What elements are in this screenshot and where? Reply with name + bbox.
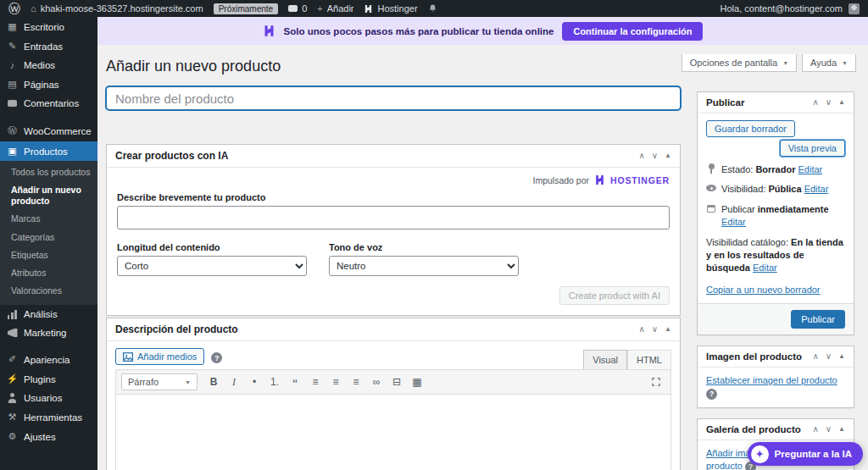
collapse-toggle-button[interactable]: ▲ [838, 426, 845, 433]
tab-html[interactable]: HTML [627, 350, 671, 369]
preview-button[interactable]: Vista previa [780, 140, 845, 157]
set-product-image-link[interactable]: Establecer imagen del producto [706, 375, 837, 385]
create-product-ai-button[interactable]: Create product with AI [559, 286, 670, 305]
chevron-down-icon: ▼ [842, 60, 848, 66]
bulleted-list-button[interactable]: • [245, 373, 264, 390]
align-left-button[interactable]: ≡ [306, 373, 325, 390]
sidebar-item-label: Análisis [24, 309, 58, 319]
wordpress-menu[interactable]: Ⓦ [8, 3, 20, 14]
content-length-select[interactable]: Corto [117, 256, 307, 276]
move-down-button[interactable]: ∨ [652, 325, 658, 334]
sidebar-item-ajustes[interactable]: ⚙ Ajustes [0, 427, 97, 446]
submenu-item-etiquetas[interactable]: Etiquetas [0, 246, 97, 264]
panel-title: Imagen del producto [706, 351, 802, 362]
save-draft-button[interactable]: Guardar borrador [706, 120, 795, 137]
site-menu[interactable]: ⌂ khaki-moose-363527.hostingersite.com [31, 3, 203, 14]
status-icon [706, 163, 716, 174]
paragraph-format-select[interactable]: Párrafo ▼ [121, 373, 198, 390]
description-editor-area[interactable] [116, 395, 670, 470]
hostinger-label: Hostinger [377, 3, 417, 14]
publish-button[interactable]: Publicar [791, 310, 845, 329]
collapse-toggle-button[interactable]: ▲ [838, 99, 845, 106]
blockquote-button[interactable]: “ [286, 373, 304, 390]
help-button[interactable]: Ayuda ▼ [802, 54, 856, 72]
paragraph-format-value: Párrafo [128, 377, 159, 387]
comments-menu[interactable]: 0 [288, 3, 307, 14]
account-menu[interactable]: Hola, content@hostinger.com [721, 3, 860, 14]
sidebar-item-marketing[interactable]: Marketing [0, 323, 97, 342]
sidebar-item-escritorio[interactable]: ▦ Escritorio [0, 17, 97, 36]
keyboard-shortcuts-button[interactable]: ▦ [408, 373, 426, 390]
ask-ai-button[interactable]: ✦ Preguntar a la IA [748, 442, 863, 466]
sidebar-item-usuarios[interactable]: Usuarios [0, 389, 97, 407]
continue-setup-button[interactable]: Continuar la configuración [562, 22, 703, 41]
help-icon[interactable]: ? [706, 389, 717, 400]
edit-schedule-link[interactable]: Editar [721, 217, 746, 227]
move-up-button[interactable]: ∧ [812, 98, 818, 107]
sidebar-item-label: Usuarios [24, 393, 62, 403]
move-up-button[interactable]: ∧ [812, 425, 818, 434]
wordpress-logo-icon: Ⓦ [8, 3, 20, 14]
hostinger-menu[interactable]: Hostinger [364, 3, 417, 14]
screen-options-button[interactable]: Opciones de pantalla ▼ [682, 54, 797, 72]
move-up-button[interactable]: ∧ [638, 325, 644, 334]
copy-to-draft-link[interactable]: Copiar a un nuevo borrador [706, 285, 821, 295]
editor: Párrafo ▼ B I • 1. “ ≡ ≡ ≡ ∞ ⊟ ▦ [115, 369, 671, 470]
move-up-button[interactable]: ∧ [812, 352, 818, 361]
sidebar-item-analisis[interactable]: Análisis [0, 305, 97, 323]
submenu-item-categorias[interactable]: Categorías [0, 229, 97, 246]
move-up-button[interactable]: ∧ [638, 152, 644, 160]
status-row: Estado: Borrador Editar [706, 163, 845, 176]
submenu-item-todos-los-productos[interactable]: Todos los productos [0, 163, 97, 181]
sidebar-item-herramientas[interactable]: ⚒ Herramientas [0, 407, 97, 427]
link-button[interactable]: ∞ [367, 373, 386, 390]
screen-options-label: Opciones de pantalla [690, 58, 777, 68]
sidebar-item-medios[interactable]: ♪ Medios [0, 56, 97, 75]
new-content-menu[interactable]: + Añadir [317, 3, 353, 14]
edit-visibility-link[interactable]: Editar [804, 184, 829, 194]
sidebar-item-woocommerce[interactable]: Ⓦ WooCommerce [0, 120, 97, 141]
fullscreen-button[interactable] [647, 373, 665, 390]
move-down-button[interactable]: ∨ [826, 425, 832, 434]
sidebar-item-productos[interactable]: ▣ Productos [0, 141, 97, 161]
product-name-input[interactable] [106, 86, 681, 110]
sidebar-item-label: Plugins [24, 374, 56, 384]
submenu-item-valoraciones[interactable]: Valoraciones [0, 282, 97, 300]
sidebar-item-comentarios[interactable]: Comentarios [0, 94, 97, 113]
add-media-button[interactable]: Añadir medios [115, 348, 204, 365]
edit-status-link[interactable]: Editar [798, 164, 823, 174]
move-down-button[interactable]: ∨ [826, 352, 832, 361]
italic-button[interactable]: I [225, 373, 243, 390]
visibility-label: Visibilidad: [721, 184, 765, 194]
tools-icon: ⚒ [7, 412, 18, 423]
tab-visual[interactable]: Visual [583, 350, 627, 369]
sidebar-item-label: WooCommerce [24, 126, 92, 136]
submenu-item-atributos[interactable]: Atributos [0, 264, 97, 282]
help-icon[interactable]: ? [211, 352, 222, 363]
product-describe-textarea[interactable] [117, 206, 670, 229]
sidebar-item-apariencia[interactable]: ✐ Apariencia [0, 350, 97, 369]
catalog-visibility-row: Visibilidad catálogo: En la tienda y en … [706, 236, 845, 275]
collapse-toggle-button[interactable]: ▲ [665, 152, 671, 159]
collapse-toggle-button[interactable]: ▲ [838, 353, 845, 360]
tone-select[interactable]: Neutro [329, 256, 519, 276]
align-center-button[interactable]: ≡ [326, 373, 345, 390]
read-more-button[interactable]: ⊟ [387, 373, 406, 390]
submenu-item-anadir-un-nuevo-producto[interactable]: Añadir un nuevo producto [0, 181, 97, 210]
move-down-button[interactable]: ∨ [652, 152, 658, 160]
panel-title: Descripción del producto [115, 323, 238, 335]
setup-banner: Solo unos pocos pasos más para publicar … [97, 17, 868, 45]
move-down-button[interactable]: ∨ [826, 98, 832, 107]
sidebar-item-paginas[interactable]: ▤ Páginas [0, 75, 97, 94]
sidebar-item-plugins[interactable]: ⚡ Plugins [0, 369, 97, 389]
edit-catalog-link[interactable]: Editar [753, 263, 777, 273]
sidebar-item-label: Ajustes [24, 432, 56, 442]
bold-button[interactable]: B [204, 373, 223, 390]
submenu-item-marcas[interactable]: Marcas [0, 210, 97, 228]
collapse-toggle-button[interactable]: ▲ [665, 326, 671, 333]
align-right-button[interactable]: ≡ [347, 373, 365, 390]
dashboard-icon: ▦ [7, 21, 18, 32]
notifications-menu[interactable] [428, 3, 437, 14]
numbered-list-button[interactable]: 1. [265, 373, 284, 390]
sidebar-item-entradas[interactable]: ✎ Entradas [0, 36, 97, 56]
